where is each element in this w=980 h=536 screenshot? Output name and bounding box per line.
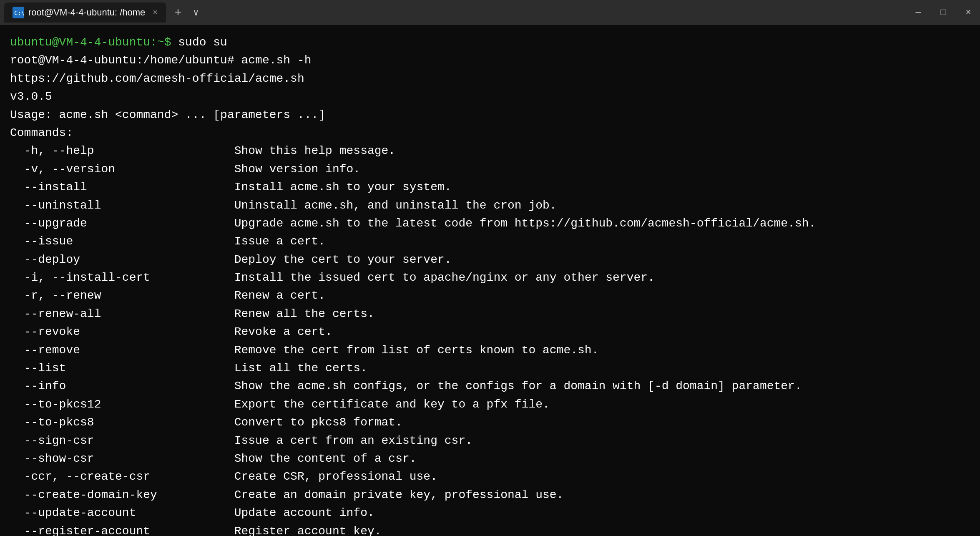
terminal-line-12: --deploy Deploy the cert to your server.: [10, 251, 970, 269]
terminal-line-27: --register-account Register account key.: [10, 522, 970, 536]
terminal-line-20: --to-pkcs12 Export the certificate and k…: [10, 395, 970, 413]
minimize-button[interactable]: —: [911, 5, 926, 20]
prompt-user: ubuntu@VM-4-4-ubuntu:~$: [10, 36, 171, 49]
terminal-output[interactable]: ubuntu@VM-4-4-ubuntu:~$ sudo su root@VM-…: [0, 25, 980, 536]
active-tab[interactable]: C:\ root@VM-4-4-ubuntu: /home ×: [4, 3, 166, 23]
terminal-line-10: --upgrade Upgrade acme.sh to the latest …: [10, 214, 970, 232]
terminal-line-5: Commands:: [10, 124, 970, 142]
terminal-line-13: -i, --install-cert Install the issued ce…: [10, 269, 970, 287]
terminal-line-25: --create-domain-key Create an domain pri…: [10, 486, 970, 504]
prompt-command-0: sudo su: [171, 36, 227, 49]
close-button[interactable]: ×: [961, 5, 976, 20]
terminal-line-1: root@VM-4-4-ubuntu:/home/ubuntu# acme.sh…: [10, 51, 970, 69]
svg-text:C:\: C:\: [14, 10, 24, 16]
terminal-line-2: https://github.com/acmesh-official/acme.…: [10, 70, 970, 88]
terminal-line-16: --revoke Revoke a cert.: [10, 323, 970, 341]
terminal-line-23: --show-csr Show the content of a csr.: [10, 450, 970, 468]
terminal-line-18: --list List all the certs.: [10, 359, 970, 377]
new-tab-button[interactable]: +: [169, 5, 186, 21]
terminal-line-22: --sign-csr Issue a cert from an existing…: [10, 432, 970, 450]
terminal-line-21: --to-pkcs8 Convert to pkcs8 format.: [10, 413, 970, 431]
terminal-line-0: ubuntu@VM-4-4-ubuntu:~$ sudo su: [10, 33, 970, 51]
terminal-line-19: --info Show the acme.sh configs, or the …: [10, 377, 970, 395]
maximize-button[interactable]: □: [936, 5, 951, 20]
terminal-line-26: --update-account Update account info.: [10, 504, 970, 522]
terminal-line-24: -ccr, --create-csr Create CSR, professio…: [10, 468, 970, 486]
terminal-line-4: Usage: acme.sh <command> ... [parameters…: [10, 106, 970, 124]
tab-title: root@VM-4-4-ubuntu: /home: [28, 7, 145, 18]
window-controls: — □ ×: [911, 5, 976, 20]
tab-dropdown-button[interactable]: ∨: [190, 5, 202, 20]
terminal-line-9: --uninstall Uninstall acme.sh, and unins…: [10, 196, 970, 214]
terminal-line-15: --renew-all Renew all the certs.: [10, 305, 970, 323]
titlebar: C:\ root@VM-4-4-ubuntu: /home × + ∨ — □ …: [0, 0, 980, 25]
tab-close-button[interactable]: ×: [153, 8, 158, 18]
terminal-icon: C:\: [13, 7, 24, 18]
terminal-line-8: --install Install acme.sh to your system…: [10, 178, 970, 196]
terminal-line-14: -r, --renew Renew a cert.: [10, 287, 970, 304]
terminal-line-7: -v, --version Show version info.: [10, 160, 970, 178]
terminal-window: C:\ root@VM-4-4-ubuntu: /home × + ∨ — □ …: [0, 0, 980, 536]
terminal-line-3: v3.0.5: [10, 88, 970, 106]
terminal-line-17: --remove Remove the cert from list of ce…: [10, 341, 970, 359]
terminal-line-11: --issue Issue a cert.: [10, 232, 970, 250]
terminal-line-6: -h, --help Show this help message.: [10, 142, 970, 160]
